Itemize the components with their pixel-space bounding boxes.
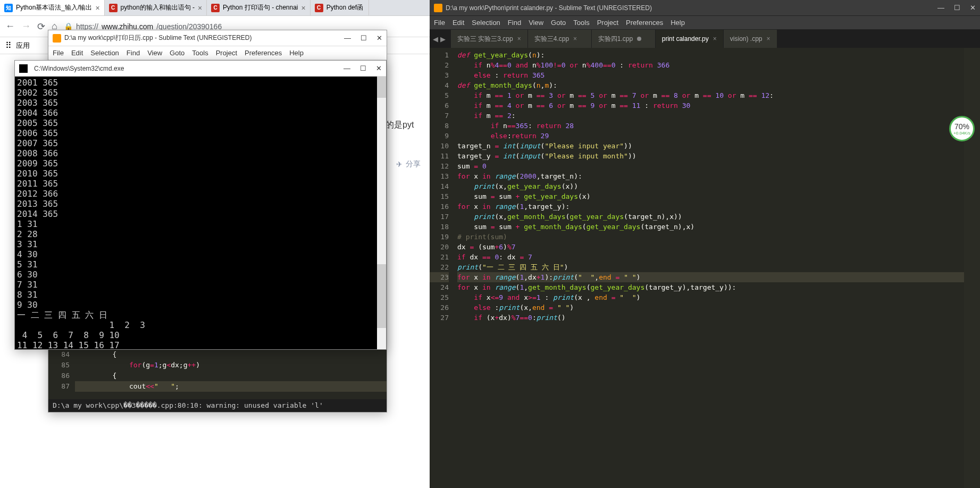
- close-icon[interactable]: ✕: [376, 64, 382, 72]
- apps-label[interactable]: 应用: [16, 41, 30, 51]
- close-icon[interactable]: ×: [95, 4, 99, 12]
- tab-prev-icon[interactable]: ◀: [433, 35, 438, 43]
- titlebar[interactable]: D:\a my work\Python\print calander.py - …: [430, 0, 980, 16]
- minimize-icon[interactable]: —: [344, 34, 351, 42]
- cmd-text: 2001 365 2002 365 2003 365 2004 366 2005…: [17, 78, 145, 349]
- menu-file[interactable]: File: [53, 49, 64, 57]
- menu-bar: File Edit Selection Find View Goto Tools…: [430, 16, 980, 30]
- close-icon[interactable]: ×: [301, 4, 306, 12]
- menu-preferences[interactable]: Preferences: [626, 19, 663, 27]
- minimize-icon[interactable]: —: [937, 4, 944, 12]
- minimap[interactable]: [964, 48, 980, 488]
- cmd-window: C:\Windows\System32\cmd.exe — ☐ ✕ 2001 3…: [14, 60, 387, 350]
- sublime-window-right: D:\a my work\Python\print calander.py - …: [430, 0, 980, 488]
- maximize-icon[interactable]: ☐: [954, 4, 960, 12]
- reload-icon[interactable]: ⟳: [37, 21, 45, 32]
- menu-edit[interactable]: Edit: [71, 49, 83, 57]
- menu-preferences[interactable]: Preferences: [245, 49, 282, 57]
- tab-bar: ◀ ▶ 实验三 实验三3.cpp× 实验三4.cpp× 实验四1.cpp pri…: [430, 30, 980, 48]
- line-number: 85: [48, 360, 75, 371]
- minimize-icon[interactable]: —: [344, 64, 350, 72]
- code-text: for(g=1;g<dx;g++): [75, 360, 200, 371]
- cmd-icon: [19, 64, 28, 73]
- line-number: 86: [48, 371, 75, 381]
- tab-label: 实验三 实验三3.cpp: [457, 35, 513, 44]
- editor-body: 1234567891011121314151617181920212223242…: [430, 48, 980, 488]
- browser-tab[interactable]: C Python 打印语句 - chennai ×: [207, 0, 311, 15]
- editor-tab[interactable]: vision) .cpp×: [724, 30, 777, 48]
- menu-project[interactable]: Project: [216, 49, 237, 57]
- maximize-icon[interactable]: ☐: [361, 34, 367, 42]
- build-output: D:\a my work\cpp\��3�����.cpp:80:10: war…: [48, 399, 387, 412]
- apps-icon[interactable]: ⠿: [5, 40, 12, 51]
- zhihu-favicon: 知: [4, 4, 13, 12]
- menu-help[interactable]: Help: [289, 49, 304, 57]
- menu-selection[interactable]: Selection: [472, 19, 500, 27]
- menu-goto[interactable]: Goto: [170, 49, 185, 57]
- forward-icon[interactable]: →: [21, 21, 31, 32]
- close-icon[interactable]: ×: [517, 35, 521, 43]
- share-label: 分享: [406, 159, 421, 169]
- menu-view[interactable]: View: [147, 49, 162, 57]
- network-speed-badge[interactable]: 70% +0.04K/s: [949, 116, 975, 141]
- editor-tab[interactable]: 实验四1.cpp: [592, 30, 656, 48]
- titlebar[interactable]: C:\Windows\System32\cmd.exe — ☐ ✕: [15, 61, 386, 77]
- menu-view[interactable]: View: [529, 19, 543, 27]
- window-title: D:\a my work\Python\print calander.py - …: [446, 4, 652, 12]
- editor-tab[interactable]: 实验三 实验三3.cpp×: [451, 30, 528, 48]
- sublime-icon: [434, 4, 442, 12]
- speed-percent: 70%: [954, 122, 969, 131]
- titlebar[interactable]: D:\a my work\cpp\打印日历.cpp - Sublime Text…: [48, 30, 387, 46]
- csdn-favicon: C: [109, 4, 118, 12]
- cmd-output[interactable]: 2001 365 2002 365 2003 365 2004 366 2005…: [15, 77, 386, 349]
- csdn-favicon: C: [211, 4, 220, 12]
- editor-tab-active[interactable]: print calander.py×: [656, 30, 724, 48]
- speed-rate: +0.04K/s: [953, 131, 970, 136]
- tab-next-icon[interactable]: ▶: [440, 35, 446, 43]
- code-text: cout<<" ";: [75, 381, 179, 392]
- menu-tools[interactable]: Tools: [192, 49, 208, 57]
- menu-bar: File Edit Selection Find View Goto Tools…: [48, 46, 387, 60]
- close-icon[interactable]: ×: [713, 35, 717, 43]
- page-text-peek: 的是pyt: [386, 120, 414, 131]
- tab-label: print calander.py: [662, 35, 709, 43]
- window-title: C:\Windows\System32\cmd.exe: [34, 65, 124, 72]
- close-icon[interactable]: ✕: [376, 34, 382, 42]
- window-title: D:\a my work\cpp\打印日历.cpp - Sublime Text…: [64, 33, 252, 43]
- menu-help[interactable]: Help: [671, 19, 685, 27]
- scroll-up-icon[interactable]: [377, 77, 386, 98]
- tab-title: Python def函: [326, 3, 364, 12]
- menu-project[interactable]: Project: [597, 19, 618, 27]
- close-icon[interactable]: ✕: [970, 4, 976, 12]
- line-number: 84: [48, 349, 75, 360]
- back-icon[interactable]: ←: [5, 21, 15, 32]
- menu-find[interactable]: Find: [508, 19, 521, 27]
- close-icon[interactable]: ×: [573, 35, 577, 43]
- tab-nav: ◀ ▶: [433, 30, 446, 48]
- menu-tools[interactable]: Tools: [573, 19, 589, 27]
- menu-file[interactable]: File: [434, 19, 445, 27]
- menu-find[interactable]: Find: [127, 49, 140, 57]
- menu-selection[interactable]: Selection: [90, 49, 119, 57]
- code-text: {: [75, 349, 116, 360]
- share-button[interactable]: ✈ 分享: [396, 159, 421, 169]
- menu-goto[interactable]: Goto: [551, 19, 566, 27]
- browser-tab[interactable]: C Python def函: [311, 0, 369, 15]
- close-icon[interactable]: ×: [767, 35, 770, 43]
- browser-tab[interactable]: 知 Python基本语法_输入/输出 ×: [0, 0, 105, 15]
- browser-tab[interactable]: C python的输入和输出语句 - ×: [105, 0, 207, 15]
- tab-title: python的输入和输出语句 -: [121, 3, 195, 12]
- tab-label: vision) .cpp: [730, 35, 763, 43]
- tab-label: 实验三4.cpp: [534, 35, 569, 44]
- maximize-icon[interactable]: ☐: [360, 64, 366, 72]
- share-icon: ✈: [396, 160, 403, 169]
- code-area[interactable]: def get_year_days(n): if n%4==0 and n%10…: [453, 48, 964, 488]
- menu-edit[interactable]: Edit: [453, 19, 464, 27]
- line-number: 87: [48, 381, 75, 392]
- editor-tab[interactable]: 实验三4.cpp×: [528, 30, 592, 48]
- close-icon[interactable]: ×: [198, 4, 202, 12]
- scrollbar[interactable]: [377, 77, 386, 349]
- gutter: 1234567891011121314151617181920212223242…: [430, 48, 453, 488]
- tab-label: 实验四1.cpp: [598, 35, 633, 44]
- scroll-thumb[interactable]: [377, 264, 386, 328]
